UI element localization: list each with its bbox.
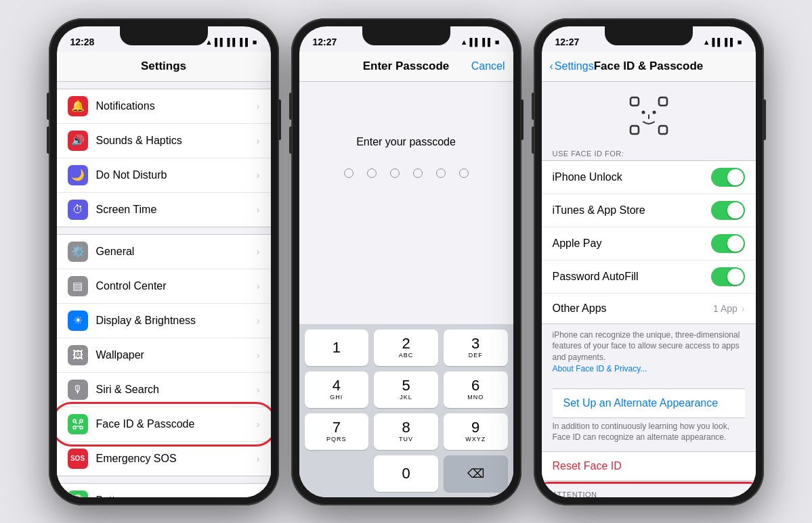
passcode-dots <box>344 168 469 178</box>
cancel-button[interactable]: Cancel <box>471 60 505 72</box>
svg-point-4 <box>75 422 77 424</box>
password-autofill-toggle[interactable] <box>711 267 745 286</box>
svg-point-10 <box>641 110 645 114</box>
key-3[interactable]: 3 DEF <box>444 329 508 366</box>
general-icon: ⚙️ <box>68 242 88 262</box>
list-item[interactable]: 🌙 Do Not Disturb › <box>57 158 271 193</box>
svg-rect-9 <box>659 126 667 134</box>
phone-1: 12:28 ▲ ▌▌ ▌▌ ▌▌ ■ Settings 🔔 Notificati… <box>49 18 279 505</box>
back-button[interactable]: ‹ Settings <box>550 60 594 72</box>
passcode-screen: Enter Passcode Cancel Enter your passcod… <box>299 52 513 497</box>
passcode-prompt: Enter your passcode <box>356 136 456 148</box>
key-delete[interactable]: ⌫ <box>444 455 508 492</box>
list-item[interactable]: 🔋 Battery › <box>57 484 271 497</box>
faceid-info-text: iPhone can recognize the unique, three-d… <box>542 324 756 380</box>
keypad-row-4: 0 ⌫ <box>305 455 508 492</box>
dnd-icon: 🌙 <box>68 165 88 185</box>
faceid-screen: ‹ Settings Face ID & Passcode <box>542 52 756 497</box>
list-item[interactable]: ▤ Control Center › <box>57 269 271 304</box>
apple-pay-toggle[interactable] <box>711 234 745 253</box>
reset-face-id-button[interactable]: Reset Face ID <box>542 451 756 481</box>
settings-group-3: 🔋 Battery › 🤚 Privacy › <box>57 483 271 497</box>
key-1[interactable]: 1 <box>305 329 369 366</box>
face-id-icon <box>68 414 88 434</box>
list-item[interactable]: 🔔 Notifications › <box>57 89 271 124</box>
list-item[interactable]: ⏱ Screen Time › <box>57 193 271 227</box>
phone-3: 12:27 ▲ ▌▌ ▌▌ ■ ‹ Settings Face ID & Pas… <box>534 18 764 505</box>
status-time-3: 12:27 <box>555 37 580 47</box>
status-icons-1: ▲ ▌▌ ▌▌ ▌▌ ■ <box>205 38 257 46</box>
list-item[interactable]: 🔊 Sounds & Haptics › <box>57 124 271 158</box>
passcode-nav: Enter Passcode Cancel <box>299 52 513 82</box>
sounds-icon: 🔊 <box>68 131 88 151</box>
svg-rect-7 <box>659 97 667 106</box>
status-icons-3: ▲ ▌▌ ▌▌ ■ <box>703 38 742 46</box>
faceid-nav-title: Face ID & Passcode <box>594 60 704 73</box>
key-empty <box>305 455 369 492</box>
iphone-unlock-row[interactable]: iPhone Unlock <box>542 161 756 194</box>
svg-rect-8 <box>631 126 639 134</box>
dot-5 <box>436 168 446 178</box>
key-4[interactable]: 4 GHI <box>305 371 369 408</box>
faceid-icon <box>628 95 669 136</box>
settings-screen: Settings 🔔 Notifications › 🔊 Sounds & Ha… <box>57 52 271 497</box>
status-time-1: 12:28 <box>70 37 95 47</box>
svg-rect-6 <box>631 97 639 106</box>
keypad-row-3: 7 PQRS 8 TUV 9 WXYZ <box>305 413 508 450</box>
dot-3 <box>390 168 400 178</box>
passcode-message-area: Enter your passcode <box>299 82 513 324</box>
sos-icon: SOS <box>68 449 88 469</box>
password-autofill-row[interactable]: Password AutoFill <box>542 260 756 294</box>
key-9[interactable]: 9 WXYZ <box>444 413 508 450</box>
key-5[interactable]: 5 JKL <box>374 371 438 408</box>
screen-time-icon: ⏱ <box>68 200 88 220</box>
setup-alternate-section: Set Up an Alternate Appearance In additi… <box>542 380 756 452</box>
other-apps-value: 1 App <box>713 303 738 314</box>
faceid-nav: ‹ Settings Face ID & Passcode <box>542 52 756 82</box>
itunes-label: iTunes & App Store <box>553 204 711 217</box>
wallpaper-icon: 🖼 <box>68 345 88 365</box>
use-for-label: USE FACE ID FOR: <box>542 147 756 160</box>
svg-point-11 <box>652 110 656 114</box>
control-center-icon: ▤ <box>68 276 88 296</box>
key-2[interactable]: 2 ABC <box>374 329 438 366</box>
keypad-row-2: 4 GHI 5 JKL 6 MNO <box>305 371 508 408</box>
dot-6 <box>459 168 469 178</box>
phones-container: 12:28 ▲ ▌▌ ▌▌ ▌▌ ■ Settings 🔔 Notificati… <box>35 5 777 519</box>
other-apps-row[interactable]: Other Apps 1 App › <box>542 294 756 323</box>
settings-group-1: 🔔 Notifications › 🔊 Sounds & Haptics › 🌙… <box>57 89 271 227</box>
notch-1 <box>120 26 208 45</box>
key-7[interactable]: 7 PQRS <box>305 413 369 450</box>
svg-rect-0 <box>73 419 76 422</box>
iphone-unlock-toggle[interactable] <box>711 168 745 187</box>
key-0[interactable]: 0 <box>374 455 438 492</box>
other-apps-label: Other Apps <box>553 302 714 315</box>
apple-pay-label: Apple Pay <box>553 237 711 250</box>
settings-nav: Settings <box>57 52 271 82</box>
list-item[interactable]: ☀ Display & Brightness › <box>57 304 271 338</box>
setup-alternate-button[interactable]: Set Up an Alternate Appearance <box>563 397 734 409</box>
battery-icon: 🔋 <box>68 491 88 497</box>
key-8[interactable]: 8 TUV <box>374 413 438 450</box>
key-6[interactable]: 6 MNO <box>444 371 508 408</box>
itunes-toggle[interactable] <box>711 201 745 220</box>
display-icon: ☀ <box>68 311 88 331</box>
notifications-icon: 🔔 <box>68 96 88 116</box>
itunes-row[interactable]: iTunes & App Store <box>542 194 756 227</box>
password-autofill-label: Password AutoFill <box>553 271 711 283</box>
faceid-link[interactable]: About Face ID & Privacy... <box>553 364 647 373</box>
keypad: 1 2 ABC 3 DEF 4 <box>299 324 513 497</box>
apple-pay-row[interactable]: Apple Pay <box>542 227 756 260</box>
setup-alternate-desc: In addition to continuously learning how… <box>553 421 745 444</box>
dot-2 <box>367 168 377 178</box>
list-item[interactable]: 🎙 Siri & Search › <box>57 373 271 407</box>
face-id-row[interactable]: Face ID & Passcode › <box>57 407 271 442</box>
list-item[interactable]: SOS Emergency SOS › <box>57 442 271 476</box>
svg-rect-2 <box>73 426 76 429</box>
list-item[interactable]: ⚙️ General › <box>57 235 271 269</box>
svg-rect-3 <box>80 426 83 429</box>
status-time-2: 12:27 <box>313 37 337 47</box>
back-label: Settings <box>555 60 594 72</box>
list-item[interactable]: 🖼 Wallpaper › <box>57 338 271 373</box>
notch-2 <box>362 26 450 45</box>
